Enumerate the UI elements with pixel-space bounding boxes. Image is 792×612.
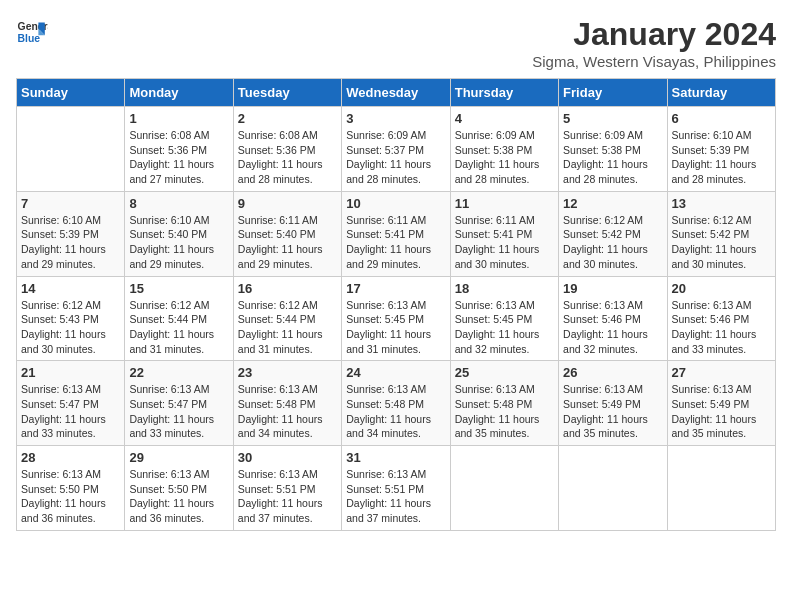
day-number: 14: [21, 281, 120, 296]
day-info: Sunrise: 6:12 AM Sunset: 5:43 PM Dayligh…: [21, 298, 120, 357]
header-cell-sunday: Sunday: [17, 79, 125, 107]
day-info: Sunrise: 6:13 AM Sunset: 5:45 PM Dayligh…: [455, 298, 554, 357]
day-info: Sunrise: 6:13 AM Sunset: 5:47 PM Dayligh…: [21, 382, 120, 441]
day-number: 29: [129, 450, 228, 465]
day-info: Sunrise: 6:13 AM Sunset: 5:48 PM Dayligh…: [238, 382, 337, 441]
day-info: Sunrise: 6:12 AM Sunset: 5:42 PM Dayligh…: [563, 213, 662, 272]
day-info: Sunrise: 6:08 AM Sunset: 5:36 PM Dayligh…: [238, 128, 337, 187]
day-info: Sunrise: 6:09 AM Sunset: 5:38 PM Dayligh…: [563, 128, 662, 187]
day-number: 5: [563, 111, 662, 126]
day-number: 20: [672, 281, 771, 296]
day-info: Sunrise: 6:13 AM Sunset: 5:49 PM Dayligh…: [563, 382, 662, 441]
day-number: 17: [346, 281, 445, 296]
header-cell-thursday: Thursday: [450, 79, 558, 107]
day-number: 8: [129, 196, 228, 211]
day-number: 13: [672, 196, 771, 211]
day-info: Sunrise: 6:12 AM Sunset: 5:44 PM Dayligh…: [238, 298, 337, 357]
calendar-cell: 25Sunrise: 6:13 AM Sunset: 5:48 PM Dayli…: [450, 361, 558, 446]
calendar-table: SundayMondayTuesdayWednesdayThursdayFrid…: [16, 78, 776, 531]
calendar-cell: [17, 107, 125, 192]
day-info: Sunrise: 6:11 AM Sunset: 5:41 PM Dayligh…: [346, 213, 445, 272]
header-cell-monday: Monday: [125, 79, 233, 107]
calendar-cell: 30Sunrise: 6:13 AM Sunset: 5:51 PM Dayli…: [233, 446, 341, 531]
calendar-cell: 15Sunrise: 6:12 AM Sunset: 5:44 PM Dayli…: [125, 276, 233, 361]
calendar-cell: 22Sunrise: 6:13 AM Sunset: 5:47 PM Dayli…: [125, 361, 233, 446]
calendar-cell: 21Sunrise: 6:13 AM Sunset: 5:47 PM Dayli…: [17, 361, 125, 446]
day-info: Sunrise: 6:13 AM Sunset: 5:48 PM Dayligh…: [346, 382, 445, 441]
calendar-cell: 28Sunrise: 6:13 AM Sunset: 5:50 PM Dayli…: [17, 446, 125, 531]
day-info: Sunrise: 6:13 AM Sunset: 5:50 PM Dayligh…: [129, 467, 228, 526]
day-info: Sunrise: 6:08 AM Sunset: 5:36 PM Dayligh…: [129, 128, 228, 187]
header-cell-saturday: Saturday: [667, 79, 775, 107]
day-number: 11: [455, 196, 554, 211]
day-info: Sunrise: 6:10 AM Sunset: 5:39 PM Dayligh…: [21, 213, 120, 272]
calendar-cell: 5Sunrise: 6:09 AM Sunset: 5:38 PM Daylig…: [559, 107, 667, 192]
day-number: 19: [563, 281, 662, 296]
calendar-cell: 9Sunrise: 6:11 AM Sunset: 5:40 PM Daylig…: [233, 191, 341, 276]
day-number: 7: [21, 196, 120, 211]
day-number: 12: [563, 196, 662, 211]
calendar-cell: [667, 446, 775, 531]
location-subtitle: Sigma, Western Visayas, Philippines: [532, 53, 776, 70]
day-number: 24: [346, 365, 445, 380]
day-info: Sunrise: 6:13 AM Sunset: 5:47 PM Dayligh…: [129, 382, 228, 441]
day-number: 21: [21, 365, 120, 380]
day-info: Sunrise: 6:13 AM Sunset: 5:49 PM Dayligh…: [672, 382, 771, 441]
day-number: 26: [563, 365, 662, 380]
day-info: Sunrise: 6:10 AM Sunset: 5:40 PM Dayligh…: [129, 213, 228, 272]
day-info: Sunrise: 6:12 AM Sunset: 5:44 PM Dayligh…: [129, 298, 228, 357]
day-info: Sunrise: 6:13 AM Sunset: 5:46 PM Dayligh…: [563, 298, 662, 357]
day-info: Sunrise: 6:13 AM Sunset: 5:46 PM Dayligh…: [672, 298, 771, 357]
day-number: 3: [346, 111, 445, 126]
calendar-cell: 10Sunrise: 6:11 AM Sunset: 5:41 PM Dayli…: [342, 191, 450, 276]
day-number: 4: [455, 111, 554, 126]
week-row: 28Sunrise: 6:13 AM Sunset: 5:50 PM Dayli…: [17, 446, 776, 531]
calendar-cell: [559, 446, 667, 531]
day-info: Sunrise: 6:13 AM Sunset: 5:50 PM Dayligh…: [21, 467, 120, 526]
calendar-cell: 14Sunrise: 6:12 AM Sunset: 5:43 PM Dayli…: [17, 276, 125, 361]
calendar-cell: 1Sunrise: 6:08 AM Sunset: 5:36 PM Daylig…: [125, 107, 233, 192]
day-info: Sunrise: 6:11 AM Sunset: 5:41 PM Dayligh…: [455, 213, 554, 272]
calendar-cell: 20Sunrise: 6:13 AM Sunset: 5:46 PM Dayli…: [667, 276, 775, 361]
calendar-cell: 12Sunrise: 6:12 AM Sunset: 5:42 PM Dayli…: [559, 191, 667, 276]
day-number: 6: [672, 111, 771, 126]
day-info: Sunrise: 6:09 AM Sunset: 5:37 PM Dayligh…: [346, 128, 445, 187]
header-cell-wednesday: Wednesday: [342, 79, 450, 107]
calendar-cell: [450, 446, 558, 531]
calendar-cell: 18Sunrise: 6:13 AM Sunset: 5:45 PM Dayli…: [450, 276, 558, 361]
day-number: 18: [455, 281, 554, 296]
week-row: 1Sunrise: 6:08 AM Sunset: 5:36 PM Daylig…: [17, 107, 776, 192]
calendar-cell: 24Sunrise: 6:13 AM Sunset: 5:48 PM Dayli…: [342, 361, 450, 446]
day-number: 31: [346, 450, 445, 465]
day-number: 10: [346, 196, 445, 211]
calendar-cell: 26Sunrise: 6:13 AM Sunset: 5:49 PM Dayli…: [559, 361, 667, 446]
calendar-cell: 4Sunrise: 6:09 AM Sunset: 5:38 PM Daylig…: [450, 107, 558, 192]
day-info: Sunrise: 6:13 AM Sunset: 5:51 PM Dayligh…: [346, 467, 445, 526]
title-block: January 2024 Sigma, Western Visayas, Phi…: [532, 16, 776, 70]
calendar-cell: 3Sunrise: 6:09 AM Sunset: 5:37 PM Daylig…: [342, 107, 450, 192]
day-info: Sunrise: 6:12 AM Sunset: 5:42 PM Dayligh…: [672, 213, 771, 272]
day-info: Sunrise: 6:11 AM Sunset: 5:40 PM Dayligh…: [238, 213, 337, 272]
calendar-cell: 13Sunrise: 6:12 AM Sunset: 5:42 PM Dayli…: [667, 191, 775, 276]
calendar-cell: 11Sunrise: 6:11 AM Sunset: 5:41 PM Dayli…: [450, 191, 558, 276]
calendar-cell: 7Sunrise: 6:10 AM Sunset: 5:39 PM Daylig…: [17, 191, 125, 276]
header-row: SundayMondayTuesdayWednesdayThursdayFrid…: [17, 79, 776, 107]
day-info: Sunrise: 6:13 AM Sunset: 5:45 PM Dayligh…: [346, 298, 445, 357]
calendar-cell: 6Sunrise: 6:10 AM Sunset: 5:39 PM Daylig…: [667, 107, 775, 192]
logo: General Blue: [16, 16, 48, 48]
day-info: Sunrise: 6:13 AM Sunset: 5:48 PM Dayligh…: [455, 382, 554, 441]
day-info: Sunrise: 6:13 AM Sunset: 5:51 PM Dayligh…: [238, 467, 337, 526]
day-number: 22: [129, 365, 228, 380]
page-header: General Blue January 2024 Sigma, Western…: [16, 16, 776, 70]
week-row: 14Sunrise: 6:12 AM Sunset: 5:43 PM Dayli…: [17, 276, 776, 361]
calendar-cell: 17Sunrise: 6:13 AM Sunset: 5:45 PM Dayli…: [342, 276, 450, 361]
calendar-cell: 29Sunrise: 6:13 AM Sunset: 5:50 PM Dayli…: [125, 446, 233, 531]
day-number: 2: [238, 111, 337, 126]
day-number: 1: [129, 111, 228, 126]
day-info: Sunrise: 6:09 AM Sunset: 5:38 PM Dayligh…: [455, 128, 554, 187]
calendar-cell: 2Sunrise: 6:08 AM Sunset: 5:36 PM Daylig…: [233, 107, 341, 192]
day-number: 25: [455, 365, 554, 380]
calendar-cell: 19Sunrise: 6:13 AM Sunset: 5:46 PM Dayli…: [559, 276, 667, 361]
week-row: 21Sunrise: 6:13 AM Sunset: 5:47 PM Dayli…: [17, 361, 776, 446]
day-number: 27: [672, 365, 771, 380]
